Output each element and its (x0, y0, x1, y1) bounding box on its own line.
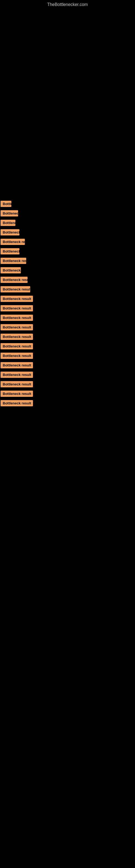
list-item: Bottleneck result (0, 372, 135, 379)
list-item: Bottleneck result (0, 352, 135, 360)
bottleneck-result-label: Bottleneck result (1, 343, 33, 349)
bottleneck-result-label: Bottleneck result (1, 267, 21, 273)
bottleneck-result-label: Bottleneck result (1, 362, 33, 368)
list-item: Bottleneck result (0, 267, 135, 275)
list-item: Bottleneck result (0, 229, 135, 237)
list-item: Bottleneck result (0, 315, 135, 322)
list-item: Bottleneck result (0, 391, 135, 398)
list-item: Bottleneck result (0, 239, 135, 246)
bottleneck-result-label: Bottleneck result (1, 334, 33, 340)
bottleneck-result-label: Bottleneck result (1, 220, 15, 226)
list-item: Bottleneck result (0, 324, 135, 332)
bottleneck-result-label: Bottleneck result (1, 315, 33, 321)
list-item: Bottleneck result (0, 258, 135, 265)
bottleneck-result-label: Bottleneck result (1, 258, 26, 264)
bottleneck-result-label: Bottleneck result (1, 305, 33, 311)
chart-area (0, 5, 135, 195)
bottleneck-result-label: Bottleneck result (1, 201, 11, 207)
bottleneck-result-label: Bottleneck result (1, 296, 33, 302)
list-item: Bottleneck result (0, 305, 135, 312)
bottleneck-result-label: Bottleneck result (1, 381, 33, 388)
bottleneck-result-label: Bottleneck result (1, 229, 19, 236)
bottleneck-result-label: Bottleneck result (1, 324, 33, 330)
bottleneck-results-container: Bottleneck resultBottleneck resultBottle… (0, 201, 135, 410)
list-item: Bottleneck result (0, 400, 135, 407)
bottleneck-result-label: Bottleneck result (1, 286, 30, 292)
bottleneck-result-label: Bottleneck result (1, 277, 28, 283)
list-item: Bottleneck result (0, 343, 135, 350)
list-item: Bottleneck result (0, 296, 135, 303)
bottleneck-result-label: Bottleneck result (1, 239, 25, 245)
bottleneck-result-label: Bottleneck result (1, 352, 33, 359)
list-item: Bottleneck result (0, 201, 135, 208)
list-item: Bottleneck result (0, 210, 135, 218)
list-item: Bottleneck result (0, 277, 135, 284)
bottleneck-result-label: Bottleneck result (1, 391, 33, 397)
list-item: Bottleneck result (0, 334, 135, 341)
bottleneck-result-label: Bottleneck result (1, 400, 33, 406)
list-item: Bottleneck result (0, 220, 135, 227)
bottleneck-result-label: Bottleneck result (1, 210, 18, 216)
list-item: Bottleneck result (0, 248, 135, 255)
bottleneck-result-label: Bottleneck result (1, 248, 19, 254)
list-item: Bottleneck result (0, 286, 135, 293)
bottleneck-result-label: Bottleneck result (1, 372, 33, 378)
list-item: Bottleneck result (0, 362, 135, 369)
list-item: Bottleneck result (0, 381, 135, 389)
